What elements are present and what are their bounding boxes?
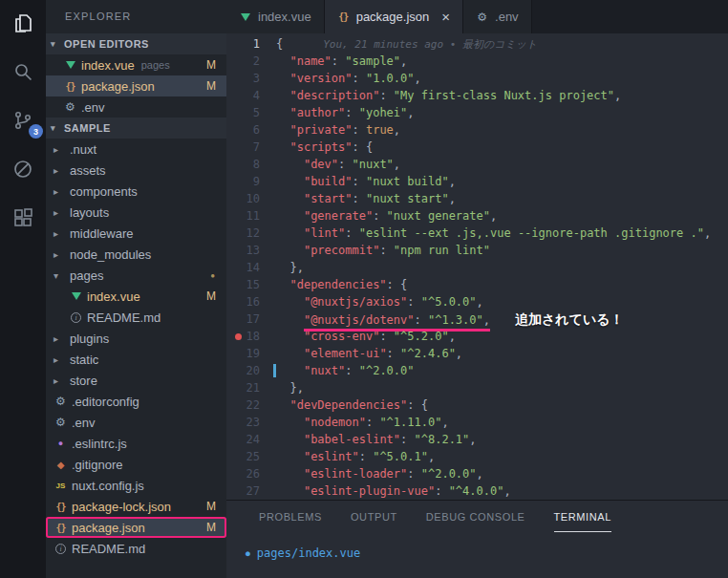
vue-icon bbox=[239, 11, 251, 24]
gear-icon: ⚙ bbox=[63, 100, 77, 114]
code-line[interactable]: 24 "babel-eslint": "^8.2.1", bbox=[226, 431, 728, 448]
code-line[interactable]: 2 "name": "sample", bbox=[226, 53, 728, 70]
token: "^5.0.1" bbox=[373, 450, 428, 463]
open-editors-header[interactable]: ▾ OPEN EDITORS bbox=[46, 33, 226, 54]
token: "private" bbox=[289, 123, 352, 137]
line-number: 10 bbox=[226, 190, 276, 207]
folder-item[interactable]: ▸static bbox=[46, 349, 226, 370]
folder-item[interactable]: ▸assets bbox=[46, 160, 226, 181]
token: "^4.0.0" bbox=[449, 484, 504, 498]
code-line[interactable]: 25 "eslint": "^5.0.1", bbox=[226, 448, 728, 465]
token: , bbox=[477, 467, 483, 481]
git-modified-badge: M bbox=[206, 500, 216, 513]
file-item[interactable]: {}package.jsonM bbox=[46, 517, 226, 538]
code-line[interactable]: 1{You, 21 minutes ago • 最初のコミット bbox=[226, 35, 728, 53]
file-item[interactable]: ●.eslintrc.js bbox=[46, 433, 226, 454]
project-header[interactable]: ▾ SAMPLE bbox=[46, 118, 226, 139]
code-line[interactable]: 6 "private": true, bbox=[226, 121, 728, 139]
folder-item[interactable]: ▸node_modules bbox=[46, 244, 226, 265]
tab-.env[interactable]: ⚙.env bbox=[463, 0, 532, 33]
file-item[interactable]: iREADME.md bbox=[46, 307, 226, 328]
code-line[interactable]: 12 "lint": "eslint --ext .js,.vue --igno… bbox=[226, 225, 728, 242]
code-line[interactable]: 20 "nuxt": "^2.0.0" bbox=[226, 362, 728, 379]
extensions-icon[interactable] bbox=[10, 204, 36, 231]
code-line[interactable]: 10 "start": "nuxt start", bbox=[226, 190, 728, 207]
close-icon[interactable]: × bbox=[441, 10, 450, 24]
search-icon[interactable] bbox=[10, 58, 36, 85]
source-control-icon[interactable]: 3 bbox=[10, 107, 36, 134]
code-editor[interactable]: 1{You, 21 minutes ago • 最初のコミット2 "name":… bbox=[226, 33, 728, 500]
token: "devDependencies" bbox=[289, 398, 407, 412]
code-tokens: }, bbox=[289, 261, 303, 274]
code-tokens: "devDependencies": { bbox=[289, 398, 428, 412]
code-text: "private": true, bbox=[276, 121, 400, 139]
code-line[interactable]: 22 "devDependencies": { bbox=[226, 396, 728, 414]
vue-icon bbox=[69, 289, 83, 303]
terminal-output[interactable]: ● pages/index.vue bbox=[226, 532, 728, 560]
code-text: "lint": "eslint --ext .js,.vue --ignore-… bbox=[276, 225, 711, 242]
open-editor-item[interactable]: ⚙.env bbox=[46, 96, 226, 118]
code-line[interactable]: 23 "nodemon": "^1.11.0", bbox=[226, 414, 728, 431]
panel-tab-debug-console[interactable]: DEBUG CONSOLE bbox=[426, 511, 525, 532]
code-line[interactable]: 11 "generate": "nuxt generate", bbox=[226, 207, 728, 225]
code-line[interactable]: 15 "dependencies": { bbox=[226, 276, 728, 293]
info-icon: i bbox=[69, 310, 83, 324]
token: , bbox=[469, 433, 476, 446]
file-item[interactable]: iREADME.md bbox=[46, 538, 226, 559]
panel-tab-problems[interactable]: PROBLEMS bbox=[259, 511, 322, 532]
code-text: "build": "nuxt build", bbox=[276, 173, 456, 190]
panel-tab-output[interactable]: OUTPUT bbox=[351, 511, 397, 532]
token: , bbox=[614, 89, 621, 102]
breakpoint-icon[interactable] bbox=[235, 333, 242, 340]
folder-item[interactable]: ▸components bbox=[46, 181, 226, 202]
token: "npm run lint" bbox=[394, 244, 490, 257]
code-line[interactable]: 14 }, bbox=[226, 259, 728, 276]
code-line[interactable]: 16 "@nuxtjs/axios": "^5.0.0", bbox=[226, 293, 728, 310]
code-tokens: "element-ui": "^2.4.6", bbox=[304, 347, 462, 360]
file-item[interactable]: ⚙.env bbox=[46, 412, 226, 433]
open-editor-item[interactable]: index.vuepagesM bbox=[46, 54, 226, 75]
file-item[interactable]: ◆.gitignore bbox=[46, 454, 226, 475]
tab-index.vue[interactable]: index.vue bbox=[226, 0, 325, 33]
code-line[interactable]: 26 "eslint-loader": "^2.0.0", bbox=[226, 465, 728, 482]
folder-item[interactable]: ▸.nuxt bbox=[46, 139, 226, 160]
code-line[interactable]: 9 "build": "nuxt build", bbox=[226, 173, 728, 190]
open-editors-label: OPEN EDITORS bbox=[64, 38, 149, 50]
code-line[interactable]: 19 "element-ui": "^2.4.6", bbox=[226, 345, 728, 362]
tab-package.json[interactable]: {}package.json× bbox=[325, 0, 463, 33]
file-name: index.vue bbox=[81, 58, 135, 73]
open-editor-item[interactable]: {}package.jsonM bbox=[46, 75, 226, 96]
token: "^2.4.6" bbox=[400, 347, 456, 360]
token: "babel-eslint" bbox=[304, 433, 400, 446]
file-detail: pages bbox=[141, 59, 170, 71]
token: "nuxt build" bbox=[366, 175, 449, 188]
file-item[interactable]: JSnuxt.config.js bbox=[46, 475, 226, 496]
panel-tab-terminal[interactable]: TERMINAL bbox=[554, 511, 611, 532]
files-icon[interactable] bbox=[10, 10, 36, 36]
folder-item[interactable]: ▸store bbox=[46, 370, 226, 391]
folder-item[interactable]: ▸middleware bbox=[46, 223, 226, 244]
folder-item[interactable]: ▾pages● bbox=[46, 265, 226, 286]
code-tokens: "build": "nuxt build", bbox=[304, 175, 456, 188]
folder-item[interactable]: ▸layouts bbox=[46, 202, 226, 223]
code-line[interactable]: 21 }, bbox=[226, 379, 728, 396]
code-line[interactable]: 8 "dev": "nuxt", bbox=[226, 156, 728, 173]
code-line[interactable]: 4 "description": "My first-class Nuxt.js… bbox=[226, 87, 728, 104]
code-line[interactable]: 5 "author": "yohei", bbox=[226, 104, 728, 121]
chevron-right-icon: ▸ bbox=[54, 186, 66, 197]
code-line[interactable]: 7 "scripts": { bbox=[226, 139, 728, 156]
file-item[interactable]: index.vueM bbox=[46, 286, 226, 307]
folder-item[interactable]: ▸plugins bbox=[46, 328, 226, 349]
file-item[interactable]: {}package-lock.jsonM bbox=[46, 496, 226, 517]
code-line[interactable]: 27 "eslint-plugin-vue": "^4.0.0", bbox=[226, 482, 728, 500]
code-line[interactable]: 3 "version": "1.0.0", bbox=[226, 70, 728, 87]
chevron-right-icon: ▸ bbox=[54, 228, 66, 239]
debug-icon[interactable] bbox=[10, 156, 36, 182]
code-line[interactable]: 13 "precommit": "npm run lint" bbox=[226, 242, 728, 259]
code-line[interactable]: 17 "@nuxtjs/dotenv": "^1.3.0",追加されている！ bbox=[226, 310, 728, 328]
token: "build" bbox=[304, 175, 353, 188]
code-text: "element-ui": "^2.4.6", bbox=[276, 345, 462, 362]
token: "cross-env" bbox=[304, 330, 379, 343]
code-line[interactable]: 18 "cross-env": "^5.2.0", bbox=[226, 328, 728, 345]
file-item[interactable]: ⚙.editorconfig bbox=[46, 391, 226, 412]
